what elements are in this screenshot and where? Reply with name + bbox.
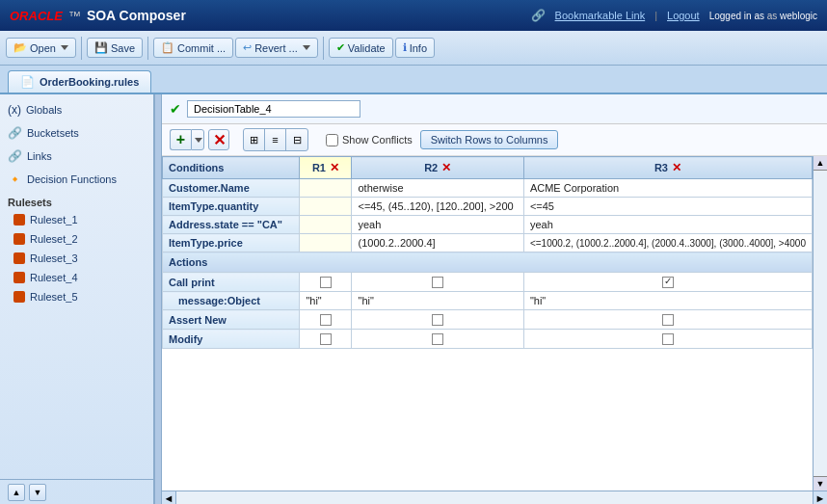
condition-label-address: Address.state == "CA" [163,216,300,234]
view-rows-button[interactable]: ≡ [265,129,286,150]
r3-modify[interactable] [523,330,812,349]
scrollbar-down-button[interactable]: ▼ [814,476,827,491]
logout-link[interactable]: Logout [667,10,700,21]
bookmarkable-link[interactable]: Bookmarkable Link [555,10,646,21]
add-dropdown-arrow[interactable] [191,129,204,150]
r2-price[interactable]: (1000.2..2000.4] [352,234,523,252]
r3-price[interactable]: <=1000.2, (1000.2..2000.4], (2000.4..300… [523,234,812,252]
resize-handle[interactable] [154,94,162,504]
open-button[interactable]: 📂 Open [6,38,76,58]
vertical-scrollbar[interactable]: ▲ ▼ [813,156,827,491]
sidebar-item-bucketsets[interactable]: 🔗 Bucketsets [0,121,153,145]
r1-assertnew[interactable] [300,310,352,330]
logged-in-info: Logged in as as weblogic [709,11,817,21]
scrollbar-track[interactable] [814,171,827,476]
r3-delete[interactable]: ✕ [672,161,681,174]
switch-rows-button[interactable]: Switch Rows to Columns [420,130,559,149]
toolbar-sep-2 [147,37,148,60]
r2-callprint[interactable] [352,273,523,292]
ruleset-icon-3 [13,252,25,264]
r3-message[interactable]: "hi" [523,292,812,310]
r2-quantity[interactable]: <=45, (45..120), [120..200], >200 [352,198,523,216]
sidebar-nav-down[interactable]: ▼ [29,484,46,501]
r3-callprint[interactable] [523,273,812,292]
scrollbar-up-button[interactable]: ▲ [814,156,827,171]
commit-button[interactable]: 📋 Commit ... [153,38,233,58]
ruleset-3-label: Ruleset_3 [30,252,78,264]
save-button[interactable]: 💾 Save [87,38,143,58]
r1-delete[interactable]: ✕ [330,161,339,174]
show-conflicts-checkbox[interactable] [326,134,338,146]
sidebar-ruleset-2[interactable]: Ruleset_2 [0,229,153,249]
condition-label-customername: Customer.Name [163,179,300,198]
r3-assertnew[interactable] [523,310,812,330]
checkbox-r2-callprint[interactable] [432,277,443,288]
sidebar-ruleset-1[interactable]: Ruleset_1 [0,210,153,229]
decision-table: Conditions R1 ✕ R2 ✕ [162,156,813,349]
horizontal-scrollbar[interactable] [176,491,813,504]
revert-button[interactable]: ↩ Revert ... [235,38,318,58]
r3-customername[interactable]: ACME Corporation [523,179,812,198]
r1-callprint[interactable] [300,273,352,292]
validate-button[interactable]: ✔ Validate [329,38,393,58]
r2-modify[interactable] [352,330,523,349]
sidebar-ruleset-3[interactable]: Ruleset_3 [0,249,153,268]
view-columns-button[interactable]: ⊟ [286,129,307,150]
checkbox-r2-assertnew[interactable] [432,314,443,326]
r3-column-header: R3 ✕ [523,157,812,179]
r1-message[interactable]: "hi" [300,292,352,310]
r2-address[interactable]: yeah [352,216,523,234]
r3-quantity[interactable]: <=45 [523,198,812,216]
sidebar-item-decision-functions[interactable]: 🔸 Decision Functions [0,168,153,191]
add-button[interactable]: + [170,129,191,150]
r2-delete[interactable]: ✕ [441,161,451,174]
sidebar-item-links[interactable]: 🔗 Links [0,145,153,168]
checkbox-r1-modify[interactable] [320,333,332,345]
scroll-left-button[interactable]: ◄ [162,491,176,504]
r1-quantity[interactable] [300,198,352,216]
conditions-column-header: Conditions [163,157,300,179]
sidebar-nav-up[interactable]: ▲ [8,484,25,501]
delete-button[interactable]: ✕ [208,129,229,150]
sidebar-ruleset-5[interactable]: Ruleset_5 [0,287,153,306]
tab-bar: 📄 OrderBooking.rules [0,66,827,94]
checkbox-r3-modify[interactable] [662,333,674,345]
sidebar: (x) Globals 🔗 Bucketsets 🔗 Links 🔸 Decis… [0,94,154,504]
save-icon: 💾 [94,41,108,54]
revert-icon: ↩ [243,41,252,54]
open-dropdown-arrow[interactable] [61,45,68,50]
view-grid-button[interactable]: ⊞ [244,129,265,150]
checkbox-r1-assertnew[interactable] [320,314,332,326]
table-row: Address.state == "CA" yeah yeah [163,216,813,234]
checkbox-r1-callprint[interactable] [320,277,332,288]
r2-assertnew[interactable] [352,310,523,330]
revert-dropdown-arrow[interactable] [303,45,310,50]
ruleset-icon-5 [13,291,25,303]
action-label-message: message:Object [163,292,300,310]
checkbox-r2-modify[interactable] [432,333,443,345]
r1-customername[interactable] [300,179,352,198]
info-button[interactable]: ℹ Info [395,38,435,58]
show-conflicts-label[interactable]: Show Conflicts [326,134,413,146]
validate-label: Validate [348,42,386,54]
r3-address[interactable]: yeah [523,216,812,234]
r1-modify[interactable] [300,330,352,349]
check-icon: ✔ [170,101,181,117]
checkbox-r3-assertnew[interactable] [662,314,674,326]
sidebar-ruleset-4[interactable]: Ruleset_4 [0,268,153,287]
add-dropdown: + [170,129,204,150]
decision-functions-icon: 🔸 [8,172,22,186]
toolbar-sep-3 [323,37,324,60]
tab-orderbooking[interactable]: 📄 OrderBooking.rules [8,70,151,93]
sidebar-item-globals[interactable]: (x) Globals [0,98,153,121]
r2-column-header: R2 ✕ [352,157,523,179]
horizontal-scrollbar-bar: ◄ ► [162,491,827,504]
r2-message[interactable]: "hi" [352,292,523,310]
r1-address[interactable] [300,216,352,234]
checkbox-r3-callprint[interactable] [662,277,674,288]
scroll-right-button[interactable]: ► [813,491,827,504]
r1-price[interactable] [300,234,352,252]
table-container[interactable]: Conditions R1 ✕ R2 ✕ [162,156,813,491]
decision-table-name-input[interactable] [187,100,360,118]
r2-customername[interactable]: otherwise [352,179,523,198]
